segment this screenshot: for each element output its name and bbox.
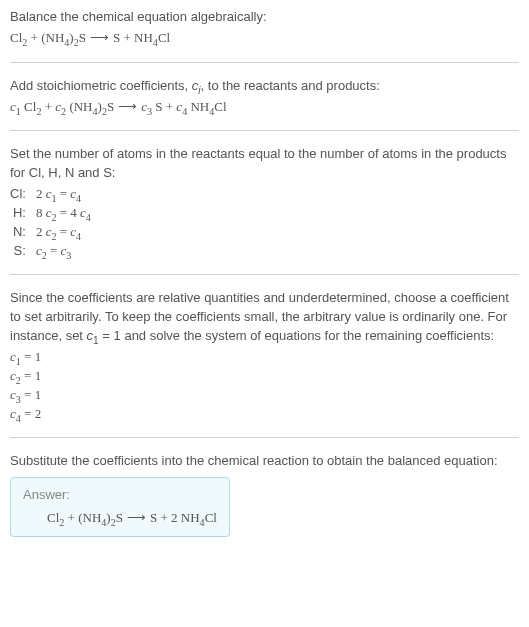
answer-intro: Substitute the coefficients into the che… xyxy=(10,452,519,471)
coef-row: c4 = 2 xyxy=(10,405,519,424)
section-balance: Balance the chemical equation algebraica… xyxy=(10,8,519,63)
solve-intro: Since the coefficients are relative quan… xyxy=(10,289,519,346)
table-row: H: 8 c2 = 4 c4 xyxy=(10,204,97,223)
stoich-intro: Add stoichiometric coefficients, ci, to … xyxy=(10,77,519,96)
table-row: S: c2 = c3 xyxy=(10,242,97,261)
ci-symbol: ci xyxy=(192,78,201,93)
coef-row: c3 = 1 xyxy=(10,386,519,405)
section-answer: Substitute the coefficients into the che… xyxy=(10,452,519,551)
balance-equation: Cl2 + (NH4)2S⟶S + NH4Cl xyxy=(10,29,519,48)
element-label: Cl: xyxy=(10,185,36,204)
element-label: N: xyxy=(10,223,36,242)
element-label: S: xyxy=(10,242,36,261)
element-eq: c2 = c3 xyxy=(36,242,97,261)
element-eq: 8 c2 = 4 c4 xyxy=(36,204,97,223)
answer-equation: Cl2 + (NH4)2S⟶S + 2 NH4Cl xyxy=(23,509,217,528)
answer-label: Answer: xyxy=(23,486,217,505)
element-label: H: xyxy=(10,204,36,223)
element-eq: 2 c2 = c4 xyxy=(36,223,97,242)
stoich-intro-b: , to the reactants and products: xyxy=(201,78,380,93)
section-atoms: Set the number of atoms in the reactants… xyxy=(10,145,519,275)
section-stoich: Add stoichiometric coefficients, ci, to … xyxy=(10,77,519,132)
stoich-equation: c1 Cl2 + c2 (NH4)2S⟶c3 S + c4 NH4Cl xyxy=(10,98,519,117)
coef-row: c2 = 1 xyxy=(10,367,519,386)
atoms-intro: Set the number of atoms in the reactants… xyxy=(10,145,519,183)
table-row: Cl: 2 c1 = c4 xyxy=(10,185,97,204)
section-solve: Since the coefficients are relative quan… xyxy=(10,289,519,438)
table-row: N: 2 c2 = c4 xyxy=(10,223,97,242)
atoms-table: Cl: 2 c1 = c4 H: 8 c2 = 4 c4 N: 2 c2 = c… xyxy=(10,185,97,260)
coef-list: c1 = 1 c2 = 1 c3 = 1 c4 = 2 xyxy=(10,348,519,423)
answer-box: Answer: Cl2 + (NH4)2S⟶S + 2 NH4Cl xyxy=(10,477,230,537)
coef-row: c1 = 1 xyxy=(10,348,519,367)
stoich-intro-a: Add stoichiometric coefficients, xyxy=(10,78,192,93)
balance-intro: Balance the chemical equation algebraica… xyxy=(10,8,519,27)
element-eq: 2 c1 = c4 xyxy=(36,185,97,204)
